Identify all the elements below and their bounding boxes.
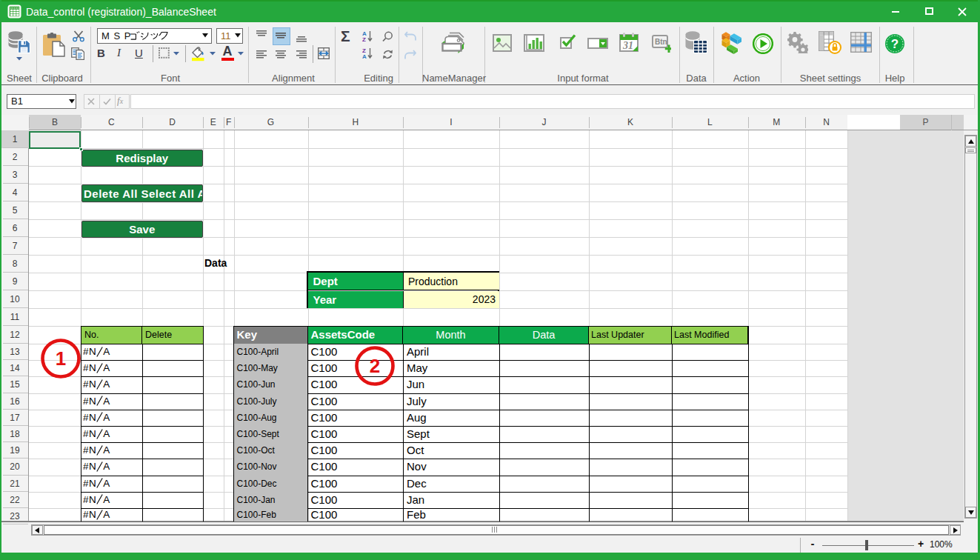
svg-text:A: A (362, 53, 367, 59)
svg-text:2: 2 (370, 355, 380, 377)
svg-text:?: ? (891, 37, 899, 51)
svg-text:Btn: Btn (655, 38, 667, 46)
svg-text:31: 31 (622, 40, 633, 51)
svg-text:1: 1 (56, 347, 66, 370)
svg-text:Z: Z (362, 36, 366, 42)
